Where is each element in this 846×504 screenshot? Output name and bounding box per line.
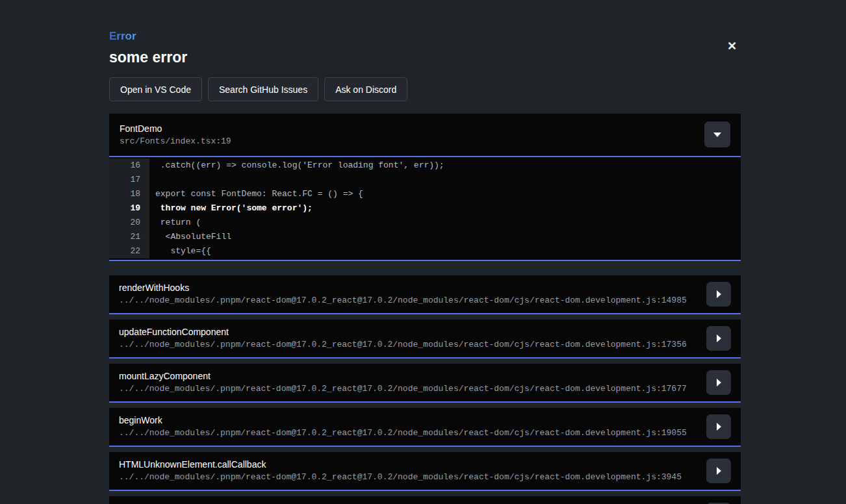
code-line-number: 19 bbox=[109, 201, 149, 216]
expand-stack-frame-button[interactable] bbox=[706, 282, 731, 307]
play-icon bbox=[717, 334, 721, 342]
code-frame-header: FontDemo src/Fonts/index.tsx:19 bbox=[109, 114, 741, 157]
stack-frame-location: ../../node_modules/.pnpm/react-dom@17.0.… bbox=[119, 428, 695, 438]
expand-stack-frame-button[interactable] bbox=[706, 414, 731, 439]
ask-on-discord-button[interactable]: Ask on Discord bbox=[324, 77, 407, 101]
code-line-text: style={{ bbox=[149, 244, 211, 258]
stack-frame-card: updateFunctionComponent ../../node_modul… bbox=[109, 320, 741, 359]
error-kind-label: Error bbox=[109, 30, 136, 43]
code-line-number: 20 bbox=[109, 216, 149, 230]
search-github-issues-button[interactable]: Search GitHub Issues bbox=[208, 77, 318, 101]
code-line: 20 return ( bbox=[109, 216, 741, 230]
code-line-text: export const FontDemo: React.FC = () => … bbox=[149, 187, 363, 201]
error-message: some error bbox=[109, 49, 741, 66]
code-line: 17 bbox=[109, 173, 741, 187]
code-line-text: .catch((err) => console.log('Error loadi… bbox=[149, 158, 444, 173]
code-frame-header-text: FontDemo src/Fonts/index.tsx:19 bbox=[120, 123, 231, 146]
stack-frame-location: ../../node_modules/.pnpm/react-dom@17.0.… bbox=[119, 296, 695, 305]
code-line-number: 21 bbox=[109, 230, 149, 244]
stack-frame-text: renderWithHooks ../../node_modules/.pnpm… bbox=[119, 283, 695, 305]
stack-frames-list: renderWithHooks ../../node_modules/.pnpm… bbox=[109, 275, 741, 491]
stack-frame-card: beginWork ../../node_modules/.pnpm/react… bbox=[109, 408, 741, 447]
code-line: 21 <AbsoluteFill bbox=[109, 230, 741, 244]
error-overlay: ✕ Error some error Open in VS Code Searc… bbox=[0, 0, 846, 504]
play-icon bbox=[717, 379, 721, 386]
play-icon bbox=[717, 467, 721, 475]
stack-frame-card: mountLazyComponent ../../node_modules/.p… bbox=[109, 364, 741, 403]
code-line-number: 17 bbox=[109, 173, 149, 187]
expand-stack-frame-button[interactable] bbox=[706, 326, 731, 351]
stack-frame-location: ../../node_modules/.pnpm/react-dom@17.0.… bbox=[119, 384, 695, 394]
play-icon bbox=[717, 290, 721, 298]
code-line-number: 16 bbox=[109, 158, 149, 173]
code-line-text bbox=[149, 173, 155, 187]
play-icon bbox=[717, 423, 721, 431]
action-buttons-row: Open in VS Code Search GitHub Issues Ask… bbox=[109, 77, 741, 101]
chevron-down-icon bbox=[713, 132, 721, 137]
stack-frame-function-name: HTMLUnknownElement.callCallback bbox=[119, 459, 695, 470]
stack-frame-card: renderWithHooks ../../node_modules/.pnpm… bbox=[109, 275, 741, 314]
stack-frame-location: ../../node_modules/.pnpm/react-dom@17.0.… bbox=[119, 472, 695, 482]
stack-frame-location: ../../node_modules/.pnpm/react-dom@17.0.… bbox=[119, 340, 695, 349]
expand-stack-frame-button[interactable] bbox=[706, 459, 731, 483]
stack-frame-card: HTMLUnknownElement.callCallback ../../no… bbox=[109, 452, 741, 491]
code-frame-card: FontDemo src/Fonts/index.tsx:19 16 .catc… bbox=[109, 114, 741, 261]
code-frame-location: src/Fonts/index.tsx:19 bbox=[120, 136, 231, 146]
overlay-content: Error some error Open in VS Code Search … bbox=[109, 0, 741, 504]
code-line: 16 .catch((err) => console.log('Error lo… bbox=[109, 158, 741, 173]
stack-frame-text: mountLazyComponent ../../node_modules/.p… bbox=[119, 371, 695, 394]
code-frame-function-name: FontDemo bbox=[120, 123, 231, 134]
code-line-number: 18 bbox=[109, 187, 149, 201]
stack-frame-function-name: updateFunctionComponent bbox=[119, 327, 695, 337]
stack-frame-text: beginWork ../../node_modules/.pnpm/react… bbox=[119, 415, 695, 438]
collapse-code-frame-button[interactable] bbox=[704, 121, 730, 147]
code-line: 19 throw new Error('some error'); bbox=[109, 201, 741, 216]
code-line-number: 22 bbox=[109, 244, 149, 258]
stack-frame-function-name: renderWithHooks bbox=[119, 283, 695, 293]
code-line-text: throw new Error('some error'); bbox=[149, 201, 313, 216]
stack-frame-function-name: mountLazyComponent bbox=[119, 371, 695, 381]
code-line: 18 export const FontDemo: React.FC = () … bbox=[109, 187, 741, 201]
stack-frame-card-partial bbox=[109, 496, 741, 504]
stack-frame-text: updateFunctionComponent ../../node_modul… bbox=[119, 327, 695, 349]
expand-stack-frame-button[interactable] bbox=[706, 370, 731, 395]
code-line: 22 style={{ bbox=[109, 244, 741, 258]
stack-frame-text: HTMLUnknownElement.callCallback ../../no… bbox=[119, 459, 695, 482]
open-in-vs-code-button[interactable]: Open in VS Code bbox=[109, 77, 202, 101]
code-line-text: <AbsoluteFill bbox=[149, 230, 231, 244]
code-lines: 16 .catch((err) => console.log('Error lo… bbox=[109, 157, 741, 260]
stack-frame-function-name: beginWork bbox=[119, 415, 695, 425]
code-line-text: return ( bbox=[149, 216, 201, 230]
